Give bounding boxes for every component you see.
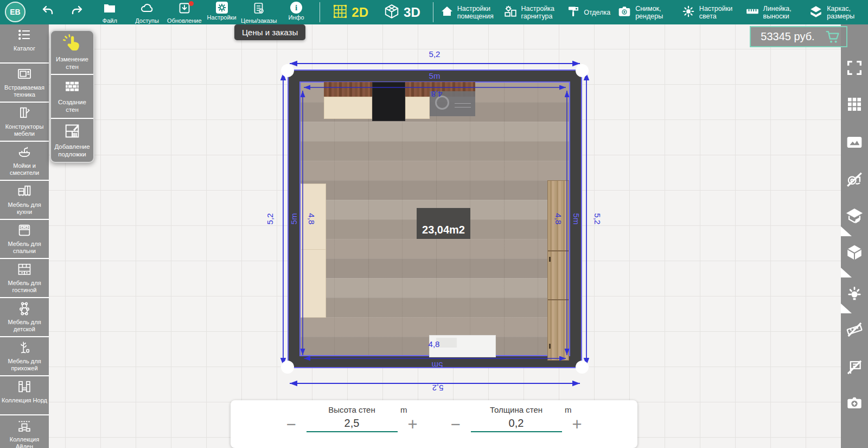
room-area-value: 23,04m2 (422, 224, 465, 236)
dim-right-wall: 5m (572, 213, 581, 225)
wall-parameters-panel: − Высота стен m 2,5 + − Толщина стен m 0… (231, 400, 637, 448)
light-settings-button[interactable]: Настройки света (681, 4, 738, 21)
wall-thickness-input[interactable]: 0,2 (471, 414, 562, 432)
furniture-constructor-icon (16, 105, 33, 123)
hand-click-icon (63, 34, 81, 54)
wall-thickness-unit: m (565, 405, 572, 414)
toolbar-divider (433, 2, 433, 22)
snapshot-button[interactable]: Снимок, рендеры (617, 4, 674, 21)
underlay-box-icon[interactable] (845, 206, 864, 226)
access-button[interactable]: Доступы (129, 0, 166, 24)
gear-icon (216, 2, 228, 14)
dim-left-wall: 5m (289, 213, 298, 225)
redo-button[interactable] (67, 4, 86, 20)
cart-total-badge[interactable]: 53345 руб. (750, 26, 847, 47)
sidebar-item-kids-furniture[interactable]: Мебель для детской (0, 298, 49, 336)
wall-thickness-plus-button[interactable]: + (571, 416, 584, 448)
cube-3d-icon (384, 3, 400, 22)
dim-top-wall: 5m (429, 71, 441, 80)
info-icon: i (290, 2, 302, 14)
left-sidebar: Каталог Встраиваемая техника Конструктор… (0, 24, 49, 448)
fridge[interactable] (372, 82, 405, 121)
kitchen-counter-left[interactable] (324, 97, 372, 119)
tall-cabinet-left[interactable] (301, 184, 326, 318)
cube-icon[interactable] (845, 243, 864, 264)
frame-button[interactable]: Каркас, размеры (809, 4, 866, 21)
sidebar-item-nord-collection[interactable]: Коллекция Норд (0, 376, 49, 414)
grid-2d-icon (333, 4, 348, 21)
ruler-button[interactable]: Линейка, выноски (745, 4, 802, 21)
wardrobe-divider (548, 250, 569, 251)
dim-bottom-outer: 5,2 (432, 383, 444, 393)
wall-height-plus-button[interactable]: + (406, 416, 419, 448)
texture-off-icon[interactable] (845, 170, 864, 191)
undo-button[interactable] (39, 4, 58, 20)
wall-thickness-field: Толщина стен m 0,2 (471, 405, 562, 448)
paint-roller-icon (567, 5, 580, 20)
cart-icon[interactable] (825, 29, 843, 45)
camera-icon (617, 4, 631, 21)
gear-cabinet-icon (503, 4, 518, 21)
house-icon (441, 5, 454, 20)
tool-add-underlay[interactable]: Добавление подложки (51, 118, 93, 162)
info-button[interactable]: i Инфо (278, 0, 315, 24)
sidebar-item-kitchen-furniture[interactable]: Мебель для кухни (0, 181, 49, 219)
dimensions-off-icon[interactable] (845, 320, 864, 341)
kitchen-furniture-icon (16, 184, 33, 201)
wall-height-unit: m (400, 405, 407, 414)
livingroom-furniture-icon (16, 262, 33, 279)
file-button[interactable]: Файл (91, 0, 129, 24)
kit-settings-button[interactable]: Настройка гарнитура (503, 4, 560, 21)
settings-button[interactable]: Настройки (203, 0, 240, 24)
prices-button[interactable]: Цены/заказы (240, 0, 278, 24)
tool-modify-walls[interactable]: Изменение стен (51, 31, 93, 74)
kids-furniture-icon (16, 301, 33, 318)
wall-thickness-label: Толщина стен (490, 405, 542, 414)
view-3d-toggle[interactable]: 3D (376, 0, 428, 24)
notification-dot (189, 1, 194, 6)
fullscreen-icon[interactable] (845, 59, 864, 79)
sidebar-item-bedroom-furniture[interactable]: Мебель для спальни (0, 220, 49, 258)
undo-icon (41, 4, 56, 20)
avatar[interactable]: EB (5, 2, 25, 22)
dim-bottom-inner: 4,8 (429, 339, 440, 349)
sidebar-item-furniture-constructor[interactable]: Конструкторы мебели (0, 103, 49, 141)
view-2d-toggle[interactable]: 2D (325, 0, 376, 24)
sidebar-item-sinks[interactable]: Мойки и смесители (0, 142, 49, 180)
wall-height-group: − Высота стен m 2,5 + (285, 400, 419, 448)
tool-create-walls[interactable]: Создание стен (51, 74, 93, 118)
wall-thickness-group: − Толщина стен m 0,2 + (449, 400, 584, 448)
cart-total: 53345 руб. (751, 30, 825, 43)
wall-height-input[interactable]: 2,5 (307, 414, 398, 432)
wall-thickness-minus-button[interactable]: − (449, 416, 462, 448)
wall-height-minus-button[interactable]: − (285, 416, 298, 448)
background-image-icon[interactable] (845, 134, 864, 153)
room-settings-button[interactable]: Настройки помещения (441, 5, 496, 20)
underlay-icon (63, 122, 81, 142)
dim-left-inner: 4,8 (307, 213, 316, 225)
hallway-furniture-icon (16, 340, 33, 357)
update-button[interactable]: Обновление (165, 0, 203, 24)
dim-right-outer: 5,2 (593, 213, 602, 225)
toolbar-divider (320, 2, 320, 22)
wardrobe-handle (549, 344, 551, 349)
floor-plan: 23,04m2 (250, 46, 618, 399)
grid-icon[interactable] (846, 96, 863, 115)
dim-top-outer: 5,2 (429, 49, 441, 59)
sidebar-item-livingroom-furniture[interactable]: Мебель для гостиной (0, 259, 49, 297)
sidebar-item-catalog[interactable]: Каталог (0, 24, 49, 62)
sidebar-item-ayden-collection[interactable]: Коллекция Айден (0, 415, 49, 448)
light-icon (681, 4, 695, 21)
wardrobe-right[interactable] (547, 180, 569, 361)
camera-plus-icon[interactable] (845, 394, 864, 414)
tooltip-prices: Цены и заказы (234, 24, 305, 40)
toolbar-items: Файл Доступы Обновление Настройки Цены/з… (91, 0, 868, 24)
kitchen-counter-mid[interactable] (405, 97, 430, 119)
sidebar-item-hallway-furniture[interactable]: Мебель для прихожей (0, 337, 49, 375)
finish-button[interactable]: Отделка (567, 5, 610, 20)
sidebar-item-builtin-appliances[interactable]: Встраиваемая техника (0, 64, 49, 102)
labels-off-icon[interactable] (845, 358, 864, 378)
light-icon[interactable] (845, 284, 864, 305)
wall-tools-panel: Изменение стен Создание стен Добавление … (50, 30, 94, 163)
brick-wall-icon (63, 79, 81, 97)
